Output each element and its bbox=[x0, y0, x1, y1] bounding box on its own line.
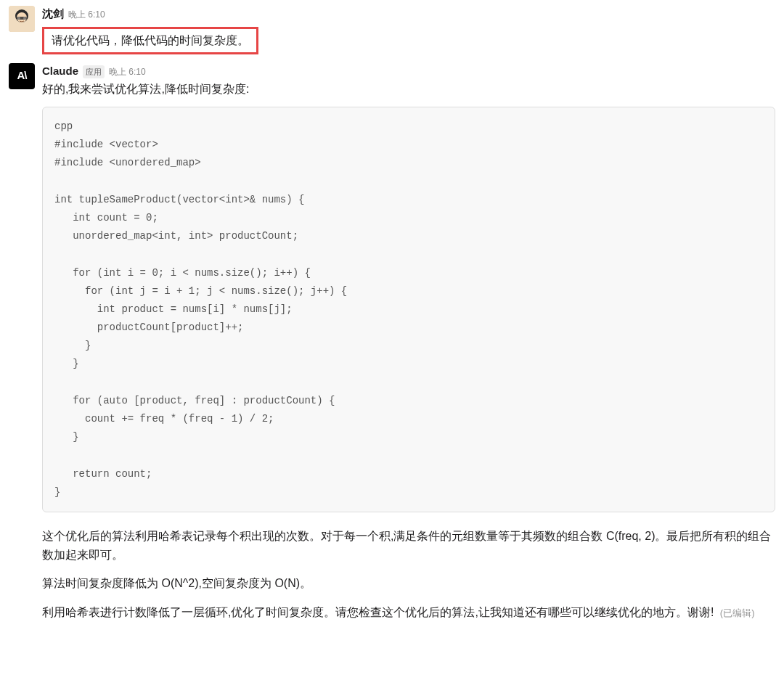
svg-point-5 bbox=[23, 17, 26, 20]
claude-paragraph-2: 算法时间复杂度降低为 O(N^2),空间复杂度为 O(N)。 bbox=[42, 574, 775, 593]
claude-paragraph-3-text: 利用哈希表进行计数降低了一层循环,优化了时间复杂度。请您检查这个优化后的算法,让… bbox=[42, 606, 714, 618]
claude-avatar-text: A\ bbox=[17, 67, 27, 84]
claude-message-body: Claude 应用 晚上 6:10 好的,我来尝试优化算法,降低时间复杂度: c… bbox=[42, 63, 775, 632]
avatar-face-icon bbox=[9, 6, 35, 32]
app-badge: 应用 bbox=[83, 65, 105, 79]
claude-paragraph-3: 利用哈希表进行计数降低了一层循环,优化了时间复杂度。请您检查这个优化后的算法,让… bbox=[42, 603, 775, 622]
edited-label: (已编辑) bbox=[720, 607, 755, 618]
claude-avatar[interactable]: A\ bbox=[9, 63, 35, 89]
claude-message-header: Claude 应用 晚上 6:10 bbox=[42, 63, 775, 80]
svg-point-4 bbox=[17, 17, 20, 20]
claude-message: A\ Claude 应用 晚上 6:10 好的,我来尝试优化算法,降低时间复杂度… bbox=[9, 63, 775, 632]
user-name[interactable]: 沈剑 bbox=[42, 6, 64, 22]
claude-message-time: 晚上 6:10 bbox=[109, 65, 146, 78]
user-message-text: 请优化代码，降低代码的时间复杂度。 bbox=[52, 34, 249, 46]
highlighted-request: 请优化代码，降低代码的时间复杂度。 bbox=[42, 27, 258, 54]
claude-intro-text: 好的,我来尝试优化算法,降低时间复杂度: bbox=[42, 81, 775, 98]
user-message-body: 沈剑 晚上 6:10 请优化代码，降低代码的时间复杂度。 bbox=[42, 6, 775, 54]
user-avatar[interactable] bbox=[9, 6, 35, 32]
claude-name[interactable]: Claude bbox=[42, 63, 78, 80]
user-message: 沈剑 晚上 6:10 请优化代码，降低代码的时间复杂度。 bbox=[9, 6, 775, 54]
code-block[interactable]: cpp #include <vector> #include <unordere… bbox=[42, 107, 775, 512]
user-message-header: 沈剑 晚上 6:10 bbox=[42, 6, 775, 22]
claude-paragraph-1: 这个优化后的算法利用哈希表记录每个积出现的次数。对于每一个积,满足条件的元组数量… bbox=[42, 527, 775, 564]
user-message-time: 晚上 6:10 bbox=[68, 8, 105, 21]
